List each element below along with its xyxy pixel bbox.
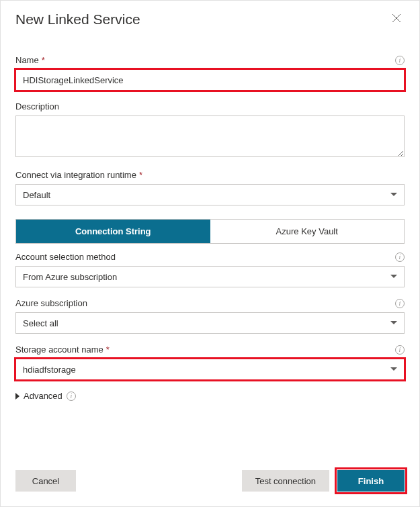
description-label: Description [15, 101, 59, 111]
advanced-label: Advanced [24, 391, 62, 401]
info-icon[interactable]: i [395, 252, 405, 262]
name-label: Name [15, 55, 39, 65]
chevron-down-icon [390, 367, 397, 371]
account-method-label: Account selection method [15, 252, 116, 262]
account-method-value: From Azure subscription [23, 272, 117, 282]
field-subscription: Azure subscription i Select all [15, 298, 405, 334]
name-input[interactable] [15, 69, 405, 91]
test-connection-button[interactable]: Test connection [242, 470, 329, 492]
storage-account-select[interactable]: hdiadfstorage [15, 359, 405, 380]
subscription-value: Select all [23, 318, 58, 328]
description-input[interactable] [15, 116, 405, 157]
panel-content: Name * i Description Connect via integra… [1, 35, 419, 459]
runtime-label: Connect via integration runtime [15, 170, 136, 180]
caret-right-icon [15, 393, 19, 400]
auth-tabs: Connection String Azure Key Vault [15, 219, 405, 244]
field-account-method: Account selection method i From Azure su… [15, 252, 405, 287]
cancel-button[interactable]: Cancel [15, 470, 76, 492]
close-icon [391, 13, 402, 24]
panel-footer: Cancel Test connection Finish [1, 459, 419, 506]
panel-header: New Linked Service [1, 1, 419, 35]
new-linked-service-panel: New Linked Service Name * i Description [0, 0, 420, 507]
info-icon[interactable]: i [395, 299, 405, 308]
tab-connection-string[interactable]: Connection String [16, 220, 210, 243]
info-icon[interactable]: i [395, 345, 405, 355]
info-icon[interactable]: i [67, 391, 76, 401]
required-marker: * [106, 344, 110, 355]
tab-azure-key-vault[interactable]: Azure Key Vault [210, 220, 405, 243]
chevron-down-icon [390, 275, 397, 279]
finish-button[interactable]: Finish [337, 470, 405, 492]
chevron-down-icon [390, 321, 397, 325]
close-button[interactable] [388, 10, 405, 28]
field-description: Description [15, 101, 405, 159]
field-runtime: Connect via integration runtime * Defaul… [15, 170, 405, 205]
required-marker: * [42, 55, 45, 65]
storage-account-value: hdiadfstorage [23, 365, 76, 375]
field-name: Name * i [15, 55, 405, 91]
runtime-value: Default [23, 190, 50, 200]
runtime-select[interactable]: Default [15, 184, 405, 205]
account-method-select[interactable]: From Azure subscription [15, 266, 405, 287]
advanced-toggle[interactable]: Advanced i [15, 391, 405, 401]
info-icon[interactable]: i [395, 56, 405, 65]
field-storage-account: Storage account name * i hdiadfstorage [15, 344, 405, 380]
required-marker: * [139, 170, 142, 180]
storage-account-label: Storage account name [15, 344, 103, 355]
subscription-select[interactable]: Select all [15, 312, 405, 334]
subscription-label: Azure subscription [15, 298, 87, 308]
field-label-row: Name * i [15, 55, 405, 65]
chevron-down-icon [390, 193, 397, 197]
panel-title: New Linked Service [15, 11, 140, 28]
